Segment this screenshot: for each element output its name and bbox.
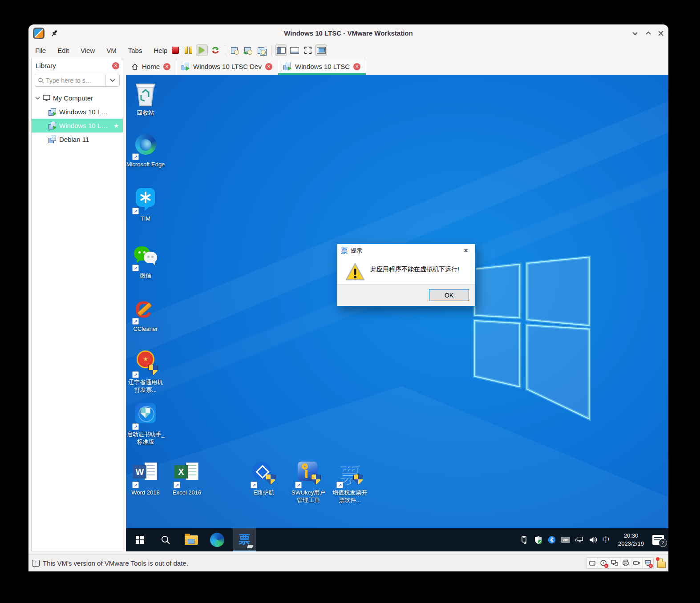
desktop-icon-wechat[interactable]: ↗ 微信 bbox=[126, 243, 165, 280]
dialog-close-icon[interactable]: ✕ bbox=[457, 244, 475, 257]
file-explorer-button[interactable] bbox=[181, 528, 202, 551]
minimize-button[interactable] bbox=[630, 28, 640, 38]
word-icon[interactable]: W ↗ bbox=[131, 460, 160, 488]
vm-icon bbox=[283, 63, 291, 70]
tree-item-my-computer[interactable]: My Computer bbox=[32, 91, 123, 105]
title-bar[interactable]: Windows 10 LTSC - VMware Workstation bbox=[28, 24, 668, 42]
elu-huhang-icon[interactable]: ↗ bbox=[250, 460, 278, 488]
sound-status-icon[interactable]: ✕ bbox=[643, 558, 653, 568]
edge-icon[interactable]: ↗ bbox=[131, 132, 160, 160]
tab-close-icon[interactable]: ✕ bbox=[265, 63, 272, 70]
desktop-icon-elu-huhang[interactable]: ↗ E路护航 bbox=[244, 460, 283, 497]
close-button[interactable] bbox=[656, 28, 666, 38]
show-consoles-button[interactable] bbox=[288, 44, 300, 56]
shortcut-arrow-icon: ↗ bbox=[132, 482, 139, 488]
menu-bar: File Edit View VM Tabs Help bbox=[28, 42, 668, 58]
status-message-area[interactable]: ! This VM's version of VMware Tools is o… bbox=[32, 555, 188, 571]
ok-button[interactable]: OK bbox=[429, 289, 469, 301]
edge-taskbar-button[interactable] bbox=[207, 528, 227, 551]
library-close-icon[interactable]: ✕ bbox=[112, 62, 119, 69]
menu-view[interactable]: View bbox=[75, 44, 101, 57]
tab-windows-10-ltsc[interactable]: Windows 10 LTSC ✕ bbox=[278, 58, 366, 75]
cdrom-status-icon[interactable]: ✕ bbox=[598, 558, 609, 568]
menu-file[interactable]: File bbox=[29, 44, 52, 57]
excel-icon[interactable]: X ↗ bbox=[173, 460, 201, 488]
certificate-helper-icon[interactable]: ↗ bbox=[131, 402, 160, 430]
library-panel: Library ✕ My Computer Windows 10 L… Wind… bbox=[31, 59, 123, 551]
wechat-icon[interactable]: ↗ bbox=[131, 243, 160, 271]
desktop-icon-tim[interactable]: ↗ TIM bbox=[126, 186, 165, 223]
desktop-icon-swukey[interactable]: ↗ SWUkey用户管理工具 bbox=[289, 460, 328, 504]
fullscreen-button[interactable] bbox=[302, 44, 314, 56]
tab-home[interactable]: Home ✕ bbox=[126, 58, 176, 75]
search-dropdown-button[interactable] bbox=[105, 74, 119, 86]
dialog-title-bar[interactable]: 票 提示 ✕ bbox=[337, 244, 475, 257]
ccleaner-icon[interactable]: C ↗ bbox=[131, 296, 160, 325]
snapshot-manager-button[interactable] bbox=[255, 44, 267, 56]
network-icon[interactable] bbox=[575, 535, 584, 544]
uac-shield-icon bbox=[311, 474, 321, 485]
suspend-button[interactable] bbox=[182, 44, 194, 56]
desktop-icon-microsoft-edge[interactable]: ↗ Microsoft Edge bbox=[126, 132, 165, 169]
tab-close-icon[interactable]: ✕ bbox=[353, 63, 360, 70]
usb-tray-icon[interactable] bbox=[520, 535, 529, 544]
action-center-icon[interactable]: 2 bbox=[652, 535, 664, 545]
tab-windows-10-ltsc-dev[interactable]: Windows 10 LTSC Dev ✕ bbox=[176, 58, 278, 75]
network-status-icon[interactable] bbox=[609, 558, 620, 568]
usb-status-icon[interactable] bbox=[631, 558, 643, 568]
tray-clock[interactable]: 20:30 2023/2/19 bbox=[615, 532, 647, 547]
show-library-button[interactable] bbox=[275, 44, 287, 56]
vm-icon bbox=[49, 136, 57, 143]
desktop-icon-label: Word 2016 bbox=[126, 489, 165, 497]
desktop-icon-cert-helper[interactable]: ↗ 启动证书助手_标准版 bbox=[126, 402, 165, 446]
library-search[interactable] bbox=[35, 74, 120, 87]
tax-emblem-icon[interactable]: ★ ↗ bbox=[131, 350, 160, 378]
taskbar-search-button[interactable] bbox=[155, 528, 176, 551]
bluetooth-icon[interactable] bbox=[547, 535, 556, 544]
swukey-icon[interactable]: ↗ bbox=[294, 460, 323, 488]
menu-edit[interactable]: Edit bbox=[52, 44, 75, 57]
take-snapshot-button[interactable] bbox=[229, 44, 241, 56]
tree-item-windows-10-ltsc-selected[interactable]: Windows 10 L… ★ bbox=[32, 119, 123, 133]
tab-label: Home bbox=[142, 63, 160, 70]
desktop-icon-label: 启动证书助手_标准版 bbox=[126, 431, 165, 446]
desktop-icon-liaoning-invoice[interactable]: ★ ↗ 辽宁省通用机打发票... bbox=[126, 350, 165, 394]
shortcut-arrow-icon: ↗ bbox=[132, 423, 139, 430]
vat-invoice-icon[interactable]: 票 ↗ bbox=[336, 460, 364, 488]
unity-mode-button[interactable] bbox=[315, 44, 327, 56]
menu-vm[interactable]: VM bbox=[101, 44, 122, 57]
desktop-icon-ccleaner[interactable]: C ↗ CCleaner bbox=[126, 296, 165, 333]
tim-icon[interactable]: ↗ bbox=[131, 186, 160, 214]
vmware-tray-icon[interactable]: vm bbox=[561, 537, 570, 543]
tree-item-debian-11[interactable]: Debian 11 bbox=[32, 133, 123, 146]
search-input[interactable] bbox=[44, 77, 105, 84]
ime-indicator[interactable]: 中 bbox=[603, 535, 610, 545]
tray-time: 20:30 bbox=[615, 532, 647, 540]
reset-button[interactable] bbox=[209, 44, 221, 56]
printer-status-icon[interactable] bbox=[620, 558, 631, 568]
desktop-icon-recycle-bin[interactable]: 回收站 bbox=[126, 80, 165, 117]
volume-icon[interactable] bbox=[589, 535, 598, 544]
start-button[interactable] bbox=[129, 528, 150, 551]
desktop-icon-label: E路护航 bbox=[244, 489, 283, 497]
desktop-icon-label: Microsoft Edge bbox=[126, 161, 165, 169]
windows-security-icon[interactable] bbox=[534, 535, 542, 544]
power-on-button[interactable] bbox=[196, 44, 208, 56]
tree-item-windows-10-ltsc-dev[interactable]: Windows 10 L… bbox=[32, 105, 123, 119]
vm-screen[interactable]: 回收站 ↗ Microsoft Edge ↗ TIM ↗ 微信 C bbox=[126, 75, 668, 551]
desktop-icon-word-2016[interactable]: W ↗ Word 2016 bbox=[126, 460, 165, 497]
invoice-app-taskbar-button[interactable]: 票 bbox=[233, 528, 256, 551]
message-log-icon[interactable] bbox=[657, 559, 666, 568]
recycle-bin-icon[interactable] bbox=[131, 80, 160, 109]
chevron-down-icon[interactable] bbox=[35, 96, 40, 100]
desktop-icon-vat-invoice-software[interactable]: 票 ↗ 增值税发票开票软件... bbox=[330, 460, 369, 504]
harddisk-status-icon[interactable] bbox=[587, 558, 598, 568]
desktop-icon-excel-2016[interactable]: X ↗ Excel 2016 bbox=[167, 460, 206, 497]
favorite-star-icon[interactable]: ★ bbox=[113, 122, 119, 130]
maximize-button[interactable] bbox=[643, 28, 653, 38]
revert-snapshot-button[interactable] bbox=[242, 44, 254, 56]
tab-close-icon[interactable]: ✕ bbox=[163, 63, 170, 70]
menu-tabs[interactable]: Tabs bbox=[122, 44, 148, 57]
dialog-footer: OK bbox=[337, 284, 475, 306]
power-off-button[interactable] bbox=[169, 44, 181, 56]
